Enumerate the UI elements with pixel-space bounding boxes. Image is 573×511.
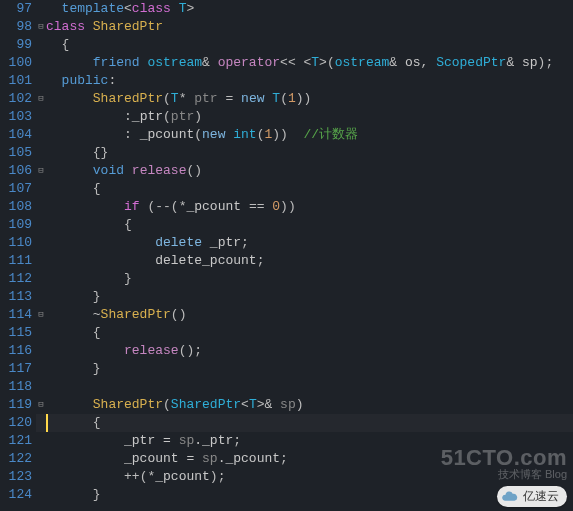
code-line[interactable]: 101 public:	[0, 72, 573, 90]
code-content[interactable]: delete_pcount;	[46, 252, 573, 270]
token-punct: )	[296, 397, 304, 412]
code-line[interactable]: 102⊟ SharedPtr(T* ptr = new T(1))	[0, 90, 573, 108]
token-kw-blue: void	[93, 163, 124, 178]
token-param: ptr	[186, 91, 217, 106]
code-line[interactable]: 98⊟class SharedPtr	[0, 18, 573, 36]
code-line[interactable]: 123 ++(*_pcount);	[0, 468, 573, 486]
line-number: 114	[0, 306, 36, 324]
token-punct: }	[46, 289, 101, 304]
code-content[interactable]: template<class T>	[46, 0, 573, 18]
code-line[interactable]: 100 friend ostream& operator<< <T>(ostre…	[0, 54, 573, 72]
token-punct: {	[46, 37, 69, 52]
token-punct: {	[46, 325, 101, 340]
code-line[interactable]: 110 delete _ptr;	[0, 234, 573, 252]
svg-point-0	[502, 495, 507, 500]
token-plain: _pcount	[186, 199, 241, 214]
fold-toggle-icon	[36, 216, 46, 234]
token-type: ostream	[335, 55, 390, 70]
token-kw-mag: class	[132, 1, 171, 16]
code-content[interactable]: public:	[46, 72, 573, 90]
code-line[interactable]: 115 {	[0, 324, 573, 342]
code-line[interactable]: 108 if (--(*_pcount == 0))	[0, 198, 573, 216]
code-content[interactable]: }	[46, 288, 573, 306]
code-line[interactable]: 116 release();	[0, 342, 573, 360]
token-punct: }	[46, 361, 101, 376]
token-punct: ()	[171, 307, 187, 322]
code-content[interactable]: : _pcount(new int(1)) //计数器	[46, 126, 573, 144]
token-plain: ._ptr	[194, 433, 233, 448]
code-line[interactable]: 117 }	[0, 360, 573, 378]
code-line[interactable]: 122 _pcount = sp._pcount;	[0, 450, 573, 468]
token-punct: :	[46, 109, 132, 124]
fold-toggle-icon[interactable]: ⊟	[36, 18, 46, 36]
code-content[interactable]: class SharedPtr	[46, 18, 573, 36]
code-content[interactable]: {	[46, 36, 573, 54]
token-plain: delete_pcount	[46, 253, 257, 268]
token-plain: _ptr	[202, 235, 241, 250]
token-plain	[124, 163, 132, 178]
code-content[interactable]: {	[46, 414, 573, 432]
code-line[interactable]: 113 }	[0, 288, 573, 306]
code-line[interactable]: 119⊟ SharedPtr(SharedPtr<T>& sp)	[0, 396, 573, 414]
code-line[interactable]: 104 : _pcount(new int(1)) //计数器	[0, 126, 573, 144]
fold-toggle-icon	[36, 72, 46, 90]
token-punct: (	[280, 91, 288, 106]
token-op: ++	[46, 469, 140, 484]
token-kw-blue: friend	[93, 55, 148, 70]
fold-toggle-icon	[36, 324, 46, 342]
code-line[interactable]: 118	[0, 378, 573, 396]
fold-toggle-icon	[36, 198, 46, 216]
code-content[interactable]: {}	[46, 144, 573, 162]
code-line[interactable]: 103 :_ptr(ptr)	[0, 108, 573, 126]
token-class-name: SharedPtr	[93, 397, 163, 412]
line-number: 108	[0, 198, 36, 216]
code-content[interactable]: friend ostream& operator<< <T>(ostream& …	[46, 54, 573, 72]
code-content[interactable]: _ptr = sp._ptr;	[46, 432, 573, 450]
code-content[interactable]: }	[46, 270, 573, 288]
token-plain	[46, 163, 93, 178]
code-content[interactable]: :_ptr(ptr)	[46, 108, 573, 126]
token-num: 1	[288, 91, 296, 106]
code-content[interactable]: }	[46, 360, 573, 378]
fold-toggle-icon[interactable]: ⊟	[36, 162, 46, 180]
code-content[interactable]: SharedPtr(T* ptr = new T(1))	[46, 90, 573, 108]
token-num: 0	[272, 199, 280, 214]
code-content[interactable]: delete _ptr;	[46, 234, 573, 252]
code-content[interactable]: }	[46, 486, 573, 504]
fold-toggle-icon[interactable]: ⊟	[36, 90, 46, 108]
fold-toggle-icon[interactable]: ⊟	[36, 396, 46, 414]
line-number: 117	[0, 360, 36, 378]
code-content[interactable]: {	[46, 180, 573, 198]
code-line[interactable]: 105 {}	[0, 144, 573, 162]
code-line[interactable]: 99 {	[0, 36, 573, 54]
code-line[interactable]: 109 {	[0, 216, 573, 234]
fold-toggle-icon	[36, 468, 46, 486]
code-content[interactable]: {	[46, 216, 573, 234]
code-content[interactable]: void release()	[46, 162, 573, 180]
token-punct: (	[194, 127, 202, 142]
code-content[interactable]: ++(*_pcount);	[46, 468, 573, 486]
token-punct: :	[108, 73, 116, 88]
code-content[interactable]: SharedPtr(SharedPtr<T>& sp)	[46, 396, 573, 414]
code-line[interactable]: 106⊟ void release()	[0, 162, 573, 180]
code-line[interactable]: 112 }	[0, 270, 573, 288]
code-content[interactable]: {	[46, 324, 573, 342]
code-content[interactable]: _pcount = sp._pcount;	[46, 450, 573, 468]
code-editor[interactable]: 97 template<class T>98⊟class SharedPtr99…	[0, 0, 573, 511]
code-content[interactable]: ~SharedPtr()	[46, 306, 573, 324]
code-content[interactable]: if (--(*_pcount == 0))	[46, 198, 573, 216]
token-plain: _ptr =	[46, 433, 179, 448]
token-punct: <	[241, 397, 249, 412]
code-line[interactable]: 114⊟ ~SharedPtr()	[0, 306, 573, 324]
code-line[interactable]: 97 template<class T>	[0, 0, 573, 18]
code-line[interactable]: 124 }	[0, 486, 573, 504]
token-type: ScopedPtr	[436, 55, 506, 70]
code-line[interactable]: 121 _ptr = sp._ptr;	[0, 432, 573, 450]
code-line[interactable]: 120 {	[0, 414, 573, 432]
fold-toggle-icon[interactable]: ⊟	[36, 306, 46, 324]
code-line[interactable]: 111 delete_pcount;	[0, 252, 573, 270]
code-line[interactable]: 107 {	[0, 180, 573, 198]
line-number: 112	[0, 270, 36, 288]
code-content[interactable]: release();	[46, 342, 573, 360]
token-type: T	[249, 397, 257, 412]
